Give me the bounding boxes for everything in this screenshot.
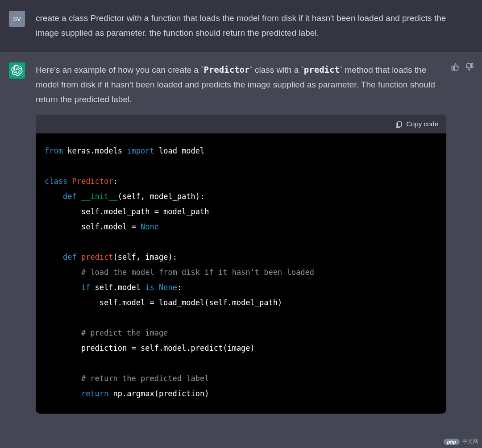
assistant-text-segment: class with a xyxy=(253,65,301,75)
user-message-row: SV create a class Predictor with a funct… xyxy=(0,0,482,51)
user-message-text: create a class Predictor with a function… xyxy=(36,11,473,41)
copy-code-button[interactable]: Copy code xyxy=(395,118,438,130)
openai-icon xyxy=(11,65,23,76)
code-block: Copy code from keras.models import load_… xyxy=(36,115,446,414)
clipboard-icon xyxy=(395,120,403,128)
inline-code: predict xyxy=(304,65,340,75)
code-block-header: Copy code xyxy=(36,115,446,133)
user-avatar-initials: SV xyxy=(13,16,21,22)
watermark-badge: php xyxy=(444,439,460,445)
copy-code-label: Copy code xyxy=(406,118,438,130)
inline-code: Predictor xyxy=(204,65,249,75)
assistant-avatar xyxy=(9,62,25,79)
watermark: php 中文网 xyxy=(444,438,478,445)
code-content[interactable]: from keras.models import load_model clas… xyxy=(36,133,446,414)
thumbs-up-icon[interactable] xyxy=(451,62,460,71)
feedback-buttons xyxy=(451,62,474,71)
assistant-message-content: Here's an example of how you can create … xyxy=(36,62,473,414)
assistant-text-segment: Here's an example of how you can create … xyxy=(36,65,201,75)
watermark-text: 中文网 xyxy=(462,438,478,445)
svg-rect-0 xyxy=(398,122,402,127)
assistant-message-row: Here's an example of how you can create … xyxy=(0,51,482,425)
thumbs-down-icon[interactable] xyxy=(465,62,474,71)
user-avatar: SV xyxy=(9,11,25,27)
